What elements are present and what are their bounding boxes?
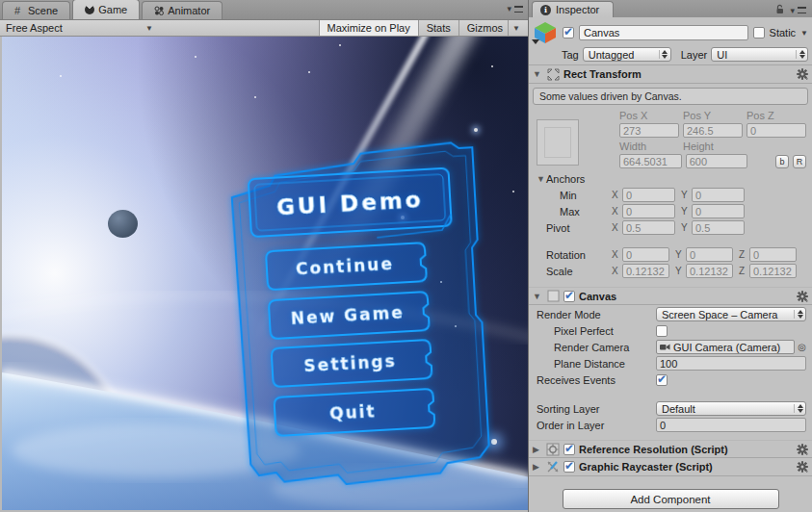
reference-resolution-icon — [546, 443, 560, 456]
gameobject-active-checkbox[interactable] — [563, 27, 574, 38]
max-y-field[interactable]: 0 — [692, 204, 745, 218]
tab-game-label: Game — [98, 4, 127, 15]
new-game-button[interactable]: New Game — [269, 292, 430, 339]
sorting-layer-dropdown[interactable]: Default — [656, 401, 806, 416]
render-mode-dropdown[interactable]: Screen Space – Camera — [656, 307, 806, 321]
graphic-raycaster-checkbox[interactable] — [563, 461, 575, 473]
height-label: Height — [683, 141, 743, 153]
foldout-collapsed-icon[interactable]: ▶ — [533, 462, 542, 472]
plane-distance-row: Plane Distance 100 — [537, 356, 806, 371]
reference-resolution-header[interactable]: ▶ Reference Resolution (Script) — [529, 440, 812, 458]
layer-value: UI — [717, 49, 793, 61]
inspector-panel-menu-icon[interactable]: ▾ — [790, 6, 806, 15]
scale-z-field[interactable]: 0.12132 — [749, 264, 797, 278]
foldout-open-icon[interactable]: ▼ — [533, 69, 542, 79]
pixel-perfect-checkbox[interactable] — [656, 325, 668, 337]
gear-icon[interactable] — [797, 444, 808, 455]
scale-x-field[interactable]: 0.12132 — [622, 264, 669, 278]
canvas-title: Canvas — [579, 291, 616, 302]
updown-arrows-icon — [794, 404, 802, 413]
render-camera-field[interactable]: GUI Camera (Camera) — [656, 340, 795, 354]
x-axis-label: X — [612, 249, 620, 260]
x-axis-label: X — [612, 190, 620, 200]
render-mode-value: Screen Space – Camera — [662, 309, 791, 320]
continue-button[interactable]: Continue — [266, 243, 427, 290]
gizmos-label: Gizmos — [467, 22, 503, 34]
star-icon — [60, 75, 62, 77]
anchor-preview[interactable] — [537, 119, 579, 166]
game-panel-menu-icon[interactable]: ▾ — [507, 4, 523, 13]
pos-y-label: Pos Y — [683, 110, 743, 122]
game-viewport[interactable]: GUI Demo Continue New Game Settings Quit — [0, 37, 528, 512]
static-label: Static — [770, 27, 797, 38]
settings-button[interactable]: Settings — [272, 340, 432, 387]
blueprint-mode-button[interactable]: b — [775, 155, 789, 168]
tab-game[interactable]: Game — [72, 0, 140, 19]
quit-button[interactable]: Quit — [274, 389, 434, 436]
rect-transform-header[interactable]: ▼ Rect Transform — [529, 65, 812, 84]
plane-distance-field[interactable]: 100 — [656, 356, 806, 371]
sorting-layer-row: Sorting Layer Default — [537, 401, 806, 416]
height-field[interactable]: 600 — [686, 154, 748, 168]
raw-edit-mode-button[interactable]: R — [793, 155, 806, 168]
rotation-x-field[interactable]: 0 — [622, 247, 669, 262]
scale-y-field[interactable]: 0.12132 — [686, 264, 733, 278]
updown-arrows-icon — [796, 50, 804, 59]
lock-icon[interactable] — [775, 4, 785, 16]
foldout-collapsed-icon[interactable]: ▶ — [533, 445, 542, 454]
anchors-foldout-row[interactable]: ▼ Anchors — [537, 171, 806, 186]
name-field[interactable]: Canvas — [579, 25, 748, 40]
rect-transform-icon — [546, 67, 560, 81]
aspect-dropdown[interactable]: Free Aspect ▼ — [0, 20, 159, 36]
gear-icon[interactable] — [797, 68, 808, 80]
maximize-on-play-button[interactable]: Maximize on Play — [319, 20, 418, 36]
render-camera-label: Render Camera — [537, 342, 656, 353]
graphic-raycaster-header[interactable]: ▶ Graphic Raycaster (Script) — [529, 458, 812, 476]
pos-x-field[interactable]: 273 — [619, 123, 679, 138]
inspector-panel: i Inspector ▾ Canvas Static ▼ — [528, 0, 812, 512]
gameobject-cube-icon[interactable] — [533, 21, 558, 44]
tab-scene-label: Scene — [28, 5, 58, 16]
game-pacman-icon — [85, 5, 94, 14]
foldout-open-icon[interactable]: ▼ — [533, 292, 542, 301]
static-dropdown-icon[interactable]: ▼ — [800, 29, 808, 38]
canvas-enabled-checkbox[interactable] — [563, 291, 575, 302]
quit-label: Quit — [329, 401, 378, 423]
min-x-field[interactable]: 0 — [622, 188, 675, 202]
x-axis-label: X — [612, 206, 620, 217]
tab-inspector[interactable]: i Inspector — [532, 1, 614, 17]
layer-dropdown[interactable]: UI — [711, 47, 808, 62]
max-x-field[interactable]: 0 — [622, 204, 675, 218]
pivot-y-field[interactable]: 0.5 — [692, 220, 745, 235]
canvas-component-header[interactable]: ▼ Canvas — [529, 287, 812, 305]
add-component-button[interactable]: Add Component — [563, 489, 779, 509]
foldout-open-icon[interactable]: ▼ — [537, 174, 546, 184]
sorting-layer-label: Sorting Layer — [537, 403, 656, 415]
pivot-x-field[interactable]: 0.5 — [622, 220, 675, 235]
animator-dots-icon — [154, 6, 164, 15]
sorting-layer-value: Default — [662, 403, 791, 415]
order-in-layer-field[interactable]: 0 — [656, 418, 806, 432]
rotation-row: Rotation X0 Y0 Z0 — [537, 247, 806, 262]
y-axis-label: Y — [681, 190, 690, 200]
object-picker-icon[interactable]: ◎ — [798, 342, 806, 352]
pos-z-field[interactable]: 0 — [747, 123, 806, 138]
x-axis-label: X — [612, 266, 620, 276]
tag-dropdown[interactable]: Untagged — [583, 47, 671, 62]
min-y-field[interactable]: 0 — [692, 188, 745, 202]
receives-events-checkbox[interactable] — [656, 374, 668, 386]
rotation-y-field[interactable]: 0 — [686, 247, 733, 262]
reference-resolution-checkbox[interactable] — [563, 444, 575, 455]
tab-scene[interactable]: # Scene — [2, 1, 70, 19]
pos-y-field[interactable]: 246.5 — [683, 123, 743, 138]
width-field[interactable]: 664.5031 — [619, 154, 682, 168]
gear-icon[interactable] — [797, 291, 808, 302]
gizmos-button[interactable]: Gizmos ▼ — [458, 20, 528, 36]
pos-x-label: Pos X — [619, 110, 679, 122]
gear-icon[interactable] — [797, 461, 808, 473]
static-checkbox[interactable] — [753, 27, 765, 38]
stats-button[interactable]: Stats — [418, 20, 458, 36]
tab-animator[interactable]: Animator — [142, 1, 223, 19]
min-label: Min — [537, 190, 612, 201]
rotation-z-field[interactable]: 0 — [749, 247, 797, 262]
